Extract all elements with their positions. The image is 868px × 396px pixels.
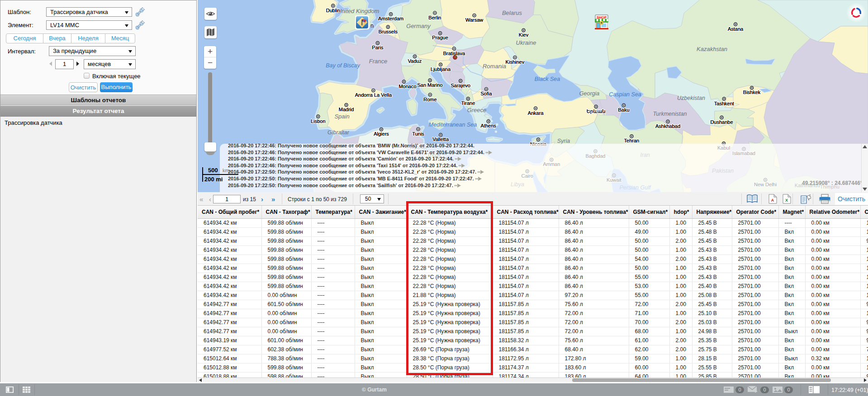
svg-text:Tunis: Tunis: [412, 131, 424, 137]
svg-text:Rome: Rome: [423, 97, 436, 102]
svg-text:Valletta: Valletta: [432, 137, 449, 142]
svg-text:Vaduz: Vaduz: [408, 58, 422, 64]
svg-text:Gibraltar: Gibraltar: [327, 129, 350, 136]
svg-text:Sarajevo: Sarajevo: [451, 83, 470, 88]
svg-text:Ljubljana: Ljubljana: [431, 66, 451, 72]
svg-text:Belarus: Belarus: [502, 9, 522, 16]
svg-text:Bratislava: Bratislava: [443, 51, 465, 56]
svg-text:A: A: [771, 198, 774, 203]
svg-text:Prague: Prague: [432, 35, 448, 40]
svg-text:Algiers: Algiers: [374, 131, 389, 137]
svg-text:Andorra La Vella: Andorra La Vella: [355, 92, 392, 98]
svg-text:Ashkhabad: Ashkhabad: [655, 123, 680, 129]
svg-text:n: n: [370, 23, 374, 29]
svg-text:Bay of Biscay: Bay of Biscay: [326, 62, 360, 69]
svg-text:Monaco: Monaco: [398, 84, 416, 89]
svg-text:Berlin: Berlin: [428, 15, 441, 20]
svg-text:Tashkent: Tashkent: [714, 101, 734, 106]
svg-text:Sofia: Sofia: [480, 91, 492, 96]
svg-text:Lisbon: Lisbon: [311, 118, 325, 124]
svg-text:Romania: Romania: [483, 63, 506, 70]
svg-text:Kazakhstan: Kazakhstan: [697, 46, 727, 52]
svg-text:Երևան: Երևան: [587, 108, 606, 114]
svg-text:Kishinev: Kishinev: [506, 59, 525, 65]
svg-text:Brussels: Brussels: [379, 29, 398, 34]
svg-text:Tehran: Tehran: [624, 138, 640, 143]
svg-text:Black Sea: Black Sea: [535, 76, 560, 82]
svg-text:Mediterranean Sea: Mediterranean Sea: [429, 122, 477, 128]
svg-text:Bishkek: Bishkek: [743, 90, 761, 95]
svg-text:SHOP: SHOP: [597, 15, 607, 19]
svg-text:Ukraine: Ukraine: [516, 39, 536, 46]
svg-text:France: France: [369, 58, 387, 65]
svg-text:Dushanbe: Dushanbe: [710, 119, 733, 125]
svg-text:Georgia: Georgia: [579, 90, 600, 97]
svg-text:Warsaw: Warsaw: [465, 17, 483, 23]
svg-text:Athens: Athens: [481, 123, 497, 128]
svg-text:Greece: Greece: [467, 107, 487, 113]
svg-text:Turkmenistan: Turkmenistan: [653, 111, 687, 117]
svg-text:United Kingdom: United Kingdom: [337, 8, 379, 14]
svg-text:Ankara: Ankara: [528, 110, 544, 116]
svg-text:Kiev: Kiev: [519, 32, 529, 38]
svg-text:Baku: Baku: [618, 107, 629, 113]
svg-text:Uzbekistan: Uzbekistan: [677, 95, 705, 101]
svg-text:Caspian Sea: Caspian Sea: [609, 91, 641, 98]
svg-text:Tirane: Tirane: [461, 100, 475, 106]
svg-text:Dublin: Dublin: [326, 8, 340, 13]
svg-text:Astana: Astana: [728, 26, 744, 32]
svg-text:Spain: Spain: [334, 113, 349, 120]
svg-text:Amsterdam: Amsterdam: [378, 16, 403, 21]
svg-text:Syria: Syria: [557, 138, 570, 144]
svg-text:San Marino: San Marino: [417, 82, 442, 88]
svg-text:Germany: Germany: [406, 23, 431, 29]
svg-text:Paris: Paris: [372, 45, 384, 50]
svg-text:X: X: [785, 198, 788, 203]
svg-text:Madrid: Madrid: [339, 107, 354, 112]
